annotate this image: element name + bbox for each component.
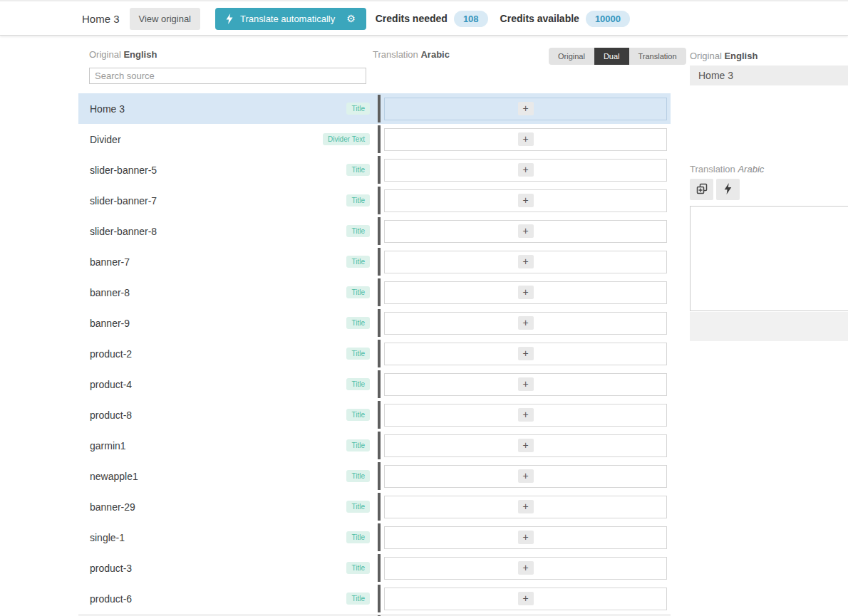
translation-input-box[interactable]: + xyxy=(384,588,667,610)
translation-row[interactable]: banner-8 Title + xyxy=(78,277,671,308)
add-translation-button[interactable]: + xyxy=(518,255,534,268)
translation-textarea[interactable] xyxy=(690,206,848,311)
translation-row[interactable]: banner-9 Title + xyxy=(78,308,671,338)
translation-row[interactable]: banner-29 Title + xyxy=(78,491,671,522)
row-label: slider-banner-5 xyxy=(90,165,157,176)
search-source-input[interactable] xyxy=(89,68,366,84)
row-type-badge: Title xyxy=(346,409,370,421)
add-translation-button[interactable]: + xyxy=(518,592,534,605)
editor-translation-header: Translation Arabic xyxy=(690,164,764,174)
add-translation-button[interactable]: + xyxy=(518,132,534,146)
add-translation-button[interactable]: + xyxy=(518,102,534,115)
translation-input-box[interactable]: + xyxy=(384,128,667,151)
translation-input-box[interactable]: + xyxy=(384,189,667,212)
editor-translation-language: Arabic xyxy=(738,164,764,174)
translation-row[interactable]: Home 3 Title + xyxy=(78,93,671,124)
translation-input-box[interactable]: + xyxy=(384,557,667,580)
row-label: product-2 xyxy=(90,348,132,360)
copy-icon xyxy=(696,183,708,197)
add-translation-button[interactable]: + xyxy=(518,316,534,330)
translation-row[interactable]: slider-banner-7 Title + xyxy=(78,185,671,216)
row-box-cell: + xyxy=(381,220,671,243)
translation-input-box[interactable]: + xyxy=(384,159,667,182)
add-translation-button[interactable]: + xyxy=(518,500,534,513)
add-translation-button[interactable]: + xyxy=(518,194,534,207)
row-box-cell: + xyxy=(381,496,671,518)
view-original-button[interactable]: View original xyxy=(130,8,200,30)
gear-icon[interactable]: ⚙︎ xyxy=(346,14,356,24)
add-translation-button[interactable]: + xyxy=(518,163,534,177)
translation-input-box[interactable]: + xyxy=(384,496,667,518)
copy-original-button[interactable] xyxy=(690,179,713,200)
add-translation-button[interactable]: + xyxy=(518,347,534,360)
row-box-cell: + xyxy=(381,373,671,396)
translation-row[interactable]: garmin1 Title + xyxy=(78,430,671,461)
row-label-cell: banner-29 Title xyxy=(78,491,378,522)
row-label: single-1 xyxy=(90,532,125,543)
translation-input-box[interactable]: + xyxy=(384,281,667,304)
row-type-badge: Title xyxy=(346,317,370,329)
translate-automatically-label: Translate automatically xyxy=(240,14,335,24)
source-column-header: Original English xyxy=(89,49,157,60)
translation-row[interactable]: single-1 Title + xyxy=(78,522,671,553)
add-translation-button[interactable]: + xyxy=(518,286,534,299)
translation-input-box[interactable]: + xyxy=(384,220,667,243)
add-translation-button[interactable]: + xyxy=(518,439,534,452)
auto-translate-string-button[interactable] xyxy=(716,179,740,200)
row-box-cell: + xyxy=(381,343,671,365)
translation-language: Arabic xyxy=(420,49,449,60)
row-label-cell: product-3 Title xyxy=(78,553,378,583)
lightning-bolt-icon xyxy=(724,183,732,197)
row-label-cell: garmin1 Title xyxy=(78,430,378,461)
translation-input-box[interactable]: + xyxy=(384,251,667,273)
translation-input-box[interactable]: + xyxy=(384,98,667,120)
original-language: English xyxy=(123,49,157,60)
translation-row[interactable]: banner-7 Title + xyxy=(78,246,671,277)
translation-input-box[interactable]: + xyxy=(384,465,667,488)
view-mode-original[interactable]: Original xyxy=(549,48,594,65)
add-translation-button[interactable]: + xyxy=(518,531,534,544)
row-label-cell: product-2 Title xyxy=(78,338,378,369)
add-translation-button[interactable]: + xyxy=(518,377,534,391)
translation-input-box[interactable]: + xyxy=(384,312,667,335)
row-type-badge: Title xyxy=(346,164,370,176)
row-label-cell: Home 3 Title xyxy=(78,93,378,124)
row-box-cell: + xyxy=(381,281,671,304)
translation-input-box[interactable]: + xyxy=(384,434,667,457)
editor-toolbar xyxy=(690,179,740,200)
translation-row[interactable]: Divider Divider Text + xyxy=(78,124,671,155)
row-type-badge: Title xyxy=(346,562,370,574)
translation-row[interactable]: product-6 Title + xyxy=(78,583,671,614)
row-label: product-4 xyxy=(90,379,132,390)
translation-row[interactable]: product-8 Title + xyxy=(78,400,671,430)
translation-row[interactable]: newapple1 Title + xyxy=(78,461,671,491)
row-label: Home 3 xyxy=(90,103,125,115)
view-mode-dual[interactable]: Dual xyxy=(594,48,629,65)
row-label: banner-29 xyxy=(90,501,135,513)
row-type-badge: Title xyxy=(346,194,370,207)
translation-list: Home 3 Title + Divider Divider Text + sl… xyxy=(78,93,671,616)
row-box-cell: + xyxy=(381,557,671,580)
row-type-badge: Title xyxy=(346,470,370,482)
row-label-cell: banner-9 Title xyxy=(78,308,378,338)
translation-row[interactable]: product-4 Title + xyxy=(78,369,671,400)
add-translation-button[interactable]: + xyxy=(518,408,534,422)
translation-input-box[interactable]: + xyxy=(384,373,667,396)
translation-input-box[interactable]: + xyxy=(384,404,667,427)
add-translation-button[interactable]: + xyxy=(518,224,534,238)
translation-input-box[interactable]: + xyxy=(384,343,667,365)
translation-row[interactable]: slider-banner-5 Title + xyxy=(78,155,671,185)
translation-row[interactable]: product-3 Title + xyxy=(78,553,671,583)
row-label: newapple1 xyxy=(90,471,138,482)
add-translation-button[interactable]: + xyxy=(518,469,534,483)
view-mode-translation[interactable]: Translation xyxy=(629,48,686,65)
lightning-bolt-icon xyxy=(226,14,233,24)
row-label: banner-9 xyxy=(90,318,130,329)
add-translation-button[interactable]: + xyxy=(518,561,534,575)
translation-row[interactable]: slider-banner-8 Title + xyxy=(78,216,671,246)
translation-row[interactable]: product-2 Title + xyxy=(78,338,671,369)
translate-automatically-button[interactable]: Translate automatically ⚙︎ xyxy=(215,8,366,30)
row-type-badge: Title xyxy=(346,501,370,513)
translation-input-box[interactable]: + xyxy=(384,526,667,549)
row-label-cell: slider-banner-5 Title xyxy=(78,155,378,185)
